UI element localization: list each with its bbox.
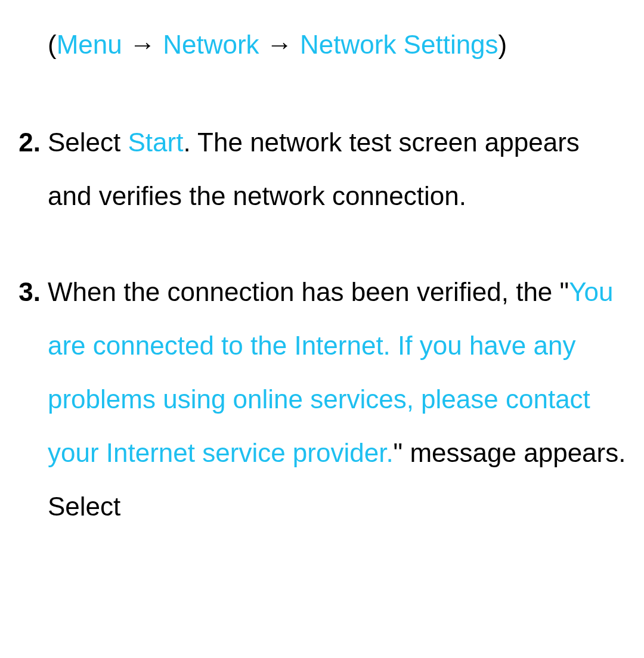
menu-path-menu: Menu [57, 30, 122, 59]
paren-open: ( [48, 30, 57, 59]
instruction-step-3: 3. When the connection has been verified… [18, 265, 626, 534]
text-pre: Select [48, 128, 128, 157]
step-content: When the connection has been verified, t… [48, 265, 626, 534]
menu-path-network-settings: Network Settings [300, 30, 499, 59]
menu-path-network: Network [163, 30, 259, 59]
arrow-icon: → [259, 30, 300, 59]
step-content: (Menu → Network → Network Settings) [48, 18, 626, 72]
start-label: Start [128, 128, 184, 157]
text-pre: When the connection has been verified, t… [48, 277, 569, 306]
step-marker [18, 18, 48, 72]
paren-close: ) [499, 30, 507, 59]
arrow-icon: → [122, 30, 163, 59]
step-content: Select Start. The network test screen ap… [48, 116, 626, 223]
instruction-step-1-continuation: (Menu → Network → Network Settings) [18, 18, 626, 72]
step-marker: 2. [18, 116, 48, 223]
step-marker: 3. [18, 265, 48, 534]
instruction-step-2: 2. Select Start. The network test screen… [18, 116, 626, 223]
instruction-list: (Menu → Network → Network Settings) 2. S… [18, 18, 626, 534]
